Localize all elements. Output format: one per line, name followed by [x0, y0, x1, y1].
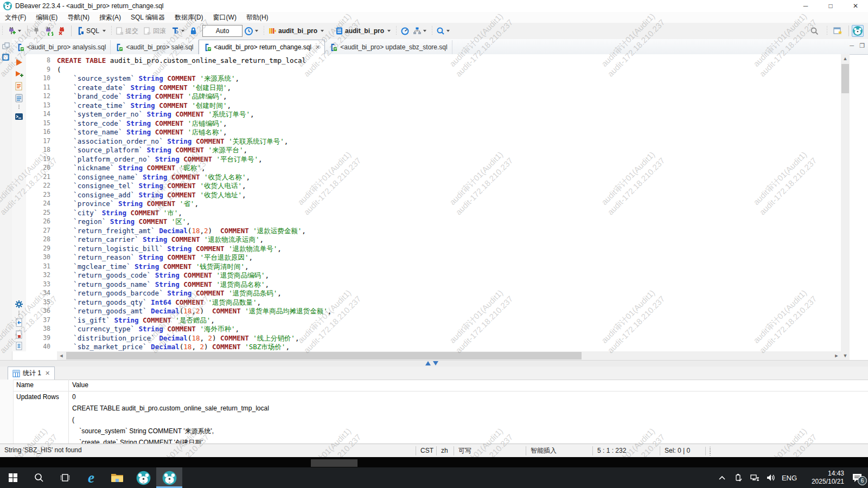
grid-cell-value[interactable]: `source_system` String COMMENT '来源系统', — [69, 426, 868, 437]
sql-editor-dropdown[interactable] — [103, 30, 106, 32]
execute-in-new-tab-icon[interactable] — [14, 69, 24, 79]
taskbar-search-button[interactable] — [26, 467, 52, 488]
menu-item[interactable]: 文件(F) — [0, 12, 31, 23]
code-line[interactable]: `region` String COMMENT '区', — [57, 217, 841, 227]
status-segment[interactable]: Sel: 0 | 0 — [660, 446, 701, 455]
close-button[interactable]: ✕ — [843, 0, 868, 12]
code-line[interactable]: `consignee_add` String COMMENT '收货人地址', — [57, 191, 841, 200]
scroll-left-arrow[interactable]: ◄ — [57, 351, 66, 360]
internet-explorer-button[interactable]: e — [78, 467, 104, 488]
grid-row[interactable]: Updated Rows0 — [13, 391, 868, 403]
volume-tray-button[interactable] — [763, 467, 779, 488]
statistics-tab-close-icon[interactable]: ✕ — [45, 370, 50, 377]
maximize-editor-icon[interactable]: ❐ — [859, 42, 865, 49]
code-line[interactable]: `create_date` String COMMENT '创建日期', — [57, 84, 841, 93]
vertical-scroll-thumb[interactable] — [841, 64, 849, 93]
grid-header-value[interactable]: Value — [69, 380, 868, 391]
grid-row[interactable]: `source_system` String COMMENT '来源系统', — [13, 426, 868, 437]
dashboard-button[interactable] — [399, 24, 411, 37]
maximize-button[interactable]: □ — [818, 0, 843, 12]
language-indicator[interactable]: ENG — [779, 467, 800, 488]
transaction-log-button[interactable] — [169, 24, 188, 37]
minimize-button[interactable]: ─ — [793, 0, 818, 12]
code-line[interactable]: `distribution_price` Decimal(18, 2) COMM… — [57, 334, 841, 343]
code-line[interactable]: `consignee_name` String COMMENT '收货人名称', — [57, 173, 841, 182]
er-diagram-button[interactable] — [411, 24, 430, 37]
taskbar-clock[interactable]: 14:43 2025/10/21 — [802, 470, 844, 486]
grid-row[interactable]: CREATE TABLE audit_bi_pro.custom_online_… — [13, 403, 868, 414]
usb-tray-button[interactable] — [730, 467, 746, 488]
vertical-scrollbar[interactable]: ▲ ▼ — [841, 54, 850, 360]
code-line[interactable]: `sbz_market_price` Decimal(18, 2) COMMEN… — [57, 343, 841, 351]
task-view-button[interactable] — [52, 467, 78, 488]
load-sql-file-icon[interactable] — [14, 318, 24, 328]
er-diagram-dropdown[interactable] — [423, 30, 426, 32]
transaction-history-button[interactable] — [242, 24, 261, 37]
toolbar-search-dropdown[interactable] — [446, 30, 450, 32]
code-line[interactable]: `return_reason` String COMMENT '平台退款原因', — [57, 253, 841, 262]
status-segment[interactable]: 可写 — [454, 446, 526, 455]
horizontal-scrollbar[interactable]: ◄ ► — [57, 351, 841, 360]
editor-tab[interactable]: <audit_bi_pro> return_change.sql✕ — [199, 40, 326, 54]
sql-editor-button[interactable]: SQL — [74, 24, 109, 37]
file-explorer-button[interactable] — [104, 467, 130, 488]
grid-cell-name[interactable] — [13, 426, 69, 437]
sql-console-icon[interactable] — [14, 112, 24, 121]
sash-collapse-down-icon[interactable] — [433, 361, 438, 365]
code-line[interactable]: `consignee_tel` String COMMENT '收货人电话', — [57, 182, 841, 191]
toolbar-search-button[interactable] — [435, 24, 453, 37]
rollback-button[interactable]: 回滚 — [142, 24, 169, 37]
new-connection-button[interactable] — [5, 24, 24, 37]
lock-button[interactable] — [188, 24, 199, 37]
start-button[interactable] — [0, 467, 26, 488]
code-line[interactable]: `is_gift` String COMMENT '是否赠品', — [57, 316, 841, 325]
commit-button[interactable]: 提交 — [114, 24, 142, 37]
menu-item[interactable]: 搜索(A) — [94, 12, 126, 23]
menu-item[interactable]: 导航(N) — [62, 12, 94, 23]
code-line[interactable]: CREATE TABLE audit_bi_pro.custom_online_… — [57, 56, 841, 66]
explain-plan-icon[interactable] — [14, 93, 24, 103]
code-line[interactable]: `province` String COMMENT '省', — [57, 200, 841, 209]
code-line[interactable]: `return_freight_amt` Decimal(18,2) COMME… — [57, 227, 841, 236]
status-segment[interactable]: 智能插入 — [526, 446, 592, 455]
autocommit-combo[interactable]: Auto — [202, 25, 242, 37]
grid-cell-name[interactable] — [13, 414, 69, 426]
code-line[interactable]: `store_code` String COMMENT '店铺编码', — [57, 119, 841, 129]
minimize-editor-icon[interactable]: ─ — [850, 42, 854, 49]
settings-gear-icon[interactable] — [14, 299, 24, 309]
connection-selector[interactable]: audit_bi_pro — [266, 24, 327, 37]
editor-tab[interactable]: <audit_bi_pro> update_sbz_store.sql — [325, 40, 452, 54]
code-line[interactable]: `create_time` String COMMENT '创建时间', — [57, 101, 841, 111]
database-navigator-icon[interactable] — [2, 53, 10, 61]
schema-selector[interactable]: audit_bi_pro — [334, 24, 394, 37]
templates-icon[interactable] — [14, 341, 24, 351]
code-line[interactable]: `currency_type` String COMMENT '海外币种', — [57, 325, 841, 334]
code-line[interactable]: `return_goods_amt` Decimal(18,2) COMMENT… — [57, 307, 841, 316]
code-line[interactable]: `brand_code` String COMMENT '品牌编码', — [57, 92, 841, 101]
new-connection-dropdown[interactable] — [18, 30, 21, 32]
grid-cell-name[interactable] — [13, 403, 69, 414]
open-perspective-icon[interactable] — [833, 26, 843, 36]
sash-expand-up-icon[interactable] — [425, 361, 431, 365]
code-line[interactable]: `association_order_no` String COMMENT '关… — [57, 137, 841, 146]
schema-dropdown[interactable] — [387, 30, 391, 32]
code-line[interactable]: `return_goods_qty` Int64 COMMENT '退货商品数量… — [57, 298, 841, 307]
horizontal-scroll-thumb[interactable] — [66, 352, 582, 359]
code-line[interactable]: `return_carrier` String COMMENT '退款物流承运商… — [57, 235, 841, 245]
statistics-tab[interactable]: 统计 1 ✕ — [8, 367, 55, 380]
code-line[interactable]: `city` String COMMENT '市', — [57, 209, 841, 218]
code-line[interactable]: `return_logistic_bill` String COMMENT '退… — [57, 245, 841, 254]
status-segment[interactable]: CST — [416, 446, 436, 455]
status-segment[interactable]: 5 : 1 : 232 — [592, 446, 660, 455]
sql-code-editor[interactable]: CREATE TABLE audit_bi_pro.custom_online_… — [57, 54, 841, 351]
menu-item[interactable]: 数据库(D) — [170, 12, 208, 23]
code-line[interactable]: `return_goods_barcode` String COMMENT '退… — [57, 289, 841, 298]
status-segment[interactable]: zh — [436, 446, 454, 455]
grid-cell-name[interactable]: Updated Rows — [13, 391, 69, 403]
code-line[interactable]: `store_name` String COMMENT '店铺名称', — [57, 128, 841, 137]
network-tray-button[interactable] — [746, 467, 763, 488]
grid-cell-value[interactable]: ( — [69, 414, 868, 426]
grid-cell-value[interactable]: CREATE TABLE audit_bi_pro.custom_online_… — [69, 403, 868, 414]
scroll-right-arrow[interactable]: ► — [832, 351, 841, 360]
code-line[interactable]: `source_platform` String COMMENT '来源平台', — [57, 146, 841, 155]
